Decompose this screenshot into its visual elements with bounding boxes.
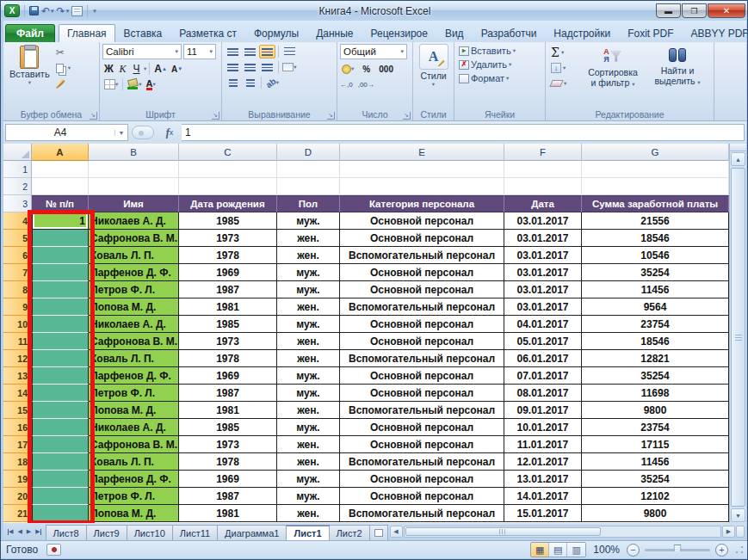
scroll-right-icon[interactable]: ▶	[722, 526, 735, 538]
italic-button[interactable]: К	[116, 62, 129, 76]
cell-E13[interactable]: Основной персонал	[340, 367, 504, 385]
clear-button[interactable]: ▾	[549, 77, 578, 90]
cell-E7[interactable]: Основной персонал	[340, 264, 504, 281]
find-select-button[interactable]: Найти и выделить ▾	[646, 44, 708, 92]
currency-format-button[interactable]: ▾	[340, 62, 355, 76]
tab-Данные[interactable]: Данные	[307, 24, 362, 42]
cell-F7[interactable]: 03.01.2017	[504, 264, 582, 281]
tab-Главная[interactable]: Главная	[59, 24, 115, 42]
name-box[interactable]: A4 ▼	[5, 124, 128, 141]
zoom-slider-thumb[interactable]	[674, 545, 682, 555]
row-header-6[interactable]: 6	[3, 247, 32, 264]
row-header-7[interactable]: 7	[3, 264, 32, 281]
sheet-tab-Лист2[interactable]: Лист2	[329, 525, 370, 540]
scroll-up-icon[interactable]: ▲	[731, 152, 745, 166]
cut-button[interactable]: ✂	[54, 46, 72, 59]
cell-F16[interactable]: 10.01.2017	[504, 419, 582, 436]
cell-C13[interactable]: 1969	[179, 367, 277, 385]
cell-G20[interactable]: 12102	[582, 488, 729, 505]
cell-G8[interactable]: 11456	[582, 281, 729, 298]
cell-F9[interactable]: 03.01.2017	[504, 298, 582, 316]
cell-F4[interactable]: 03.01.2017	[504, 212, 582, 230]
cell-C8[interactable]: 1987	[179, 281, 277, 298]
cell-D20[interactable]: муж.	[277, 488, 340, 505]
cell-F6[interactable]: 03.01.2017	[504, 247, 582, 264]
row-header-11[interactable]: 11	[3, 333, 32, 350]
cell-B20[interactable]: Петров Ф. Л.	[89, 488, 179, 505]
row-header-12[interactable]: 12	[3, 350, 32, 367]
cell-F11[interactable]: 05.01.2017	[504, 333, 582, 350]
cell-A17[interactable]	[32, 436, 89, 453]
align-right-button[interactable]	[259, 60, 275, 74]
cell-G13[interactable]: 35254	[582, 367, 729, 385]
cell-C1[interactable]	[179, 161, 277, 178]
cell-F19[interactable]: 13.01.2017	[504, 471, 582, 488]
horizontal-scroll-thumb[interactable]	[405, 527, 602, 536]
cell-D8[interactable]: муж.	[277, 281, 340, 298]
cell-E18[interactable]: Вспомогательный персонал	[340, 453, 504, 471]
cell-A8[interactable]	[32, 281, 89, 298]
cell-D7[interactable]: муж.	[277, 264, 340, 281]
page-layout-view-button[interactable]: ▤	[549, 543, 567, 557]
column-header-G[interactable]: G	[582, 144, 729, 161]
cell-C2[interactable]	[179, 178, 277, 195]
cell-B13[interactable]: Парфенов Д. Ф.	[89, 367, 179, 385]
cell-G15[interactable]: 9800	[582, 402, 729, 419]
cell-B3[interactable]: Имя	[89, 195, 179, 212]
cell-G5[interactable]: 18546	[582, 230, 729, 247]
cell-D21[interactable]: жен.	[277, 505, 340, 522]
cell-F1[interactable]	[504, 161, 582, 178]
cell-C15[interactable]: 1981	[179, 402, 277, 419]
cell-F3[interactable]: Дата	[504, 195, 582, 212]
cell-D6[interactable]: жен.	[277, 247, 340, 264]
cell-D3[interactable]: Пол	[277, 195, 340, 212]
close-button[interactable]: ✕	[708, 3, 745, 18]
comma-format-button[interactable]: 000	[377, 62, 395, 76]
insert-function-button[interactable]: fx	[158, 124, 182, 141]
font-color-button[interactable]: А▾	[145, 77, 158, 91]
cell-D9[interactable]: жен.	[277, 298, 340, 316]
vertical-scrollbar[interactable]: ▲ ▼	[729, 144, 746, 523]
delete-cells-button[interactable]: ✗Удалить▾	[457, 58, 542, 71]
cell-E12[interactable]: Вспомогательный персонал	[340, 350, 504, 367]
row-header-1[interactable]: 1	[3, 161, 32, 178]
cell-D19[interactable]: муж.	[277, 471, 340, 488]
first-sheet-button[interactable]: ◀	[6, 526, 15, 537]
dialog-launcher-icon[interactable]: ↘	[327, 112, 335, 120]
cell-C14[interactable]: 1987	[179, 385, 277, 402]
vertical-scroll-thumb[interactable]	[731, 168, 745, 507]
cell-B6[interactable]: Коваль Л. П.	[89, 247, 179, 264]
cell-A13[interactable]	[32, 367, 89, 385]
cell-C5[interactable]: 1973	[179, 230, 277, 247]
autosum-button[interactable]: Σ▾	[549, 46, 578, 59]
cell-F12[interactable]: 06.01.2017	[504, 350, 582, 367]
undo-button[interactable]: ↶▾	[41, 4, 54, 18]
cell-C16[interactable]: 1985	[179, 419, 277, 436]
tab-Вставка[interactable]: Вставка	[115, 24, 171, 42]
cell-E14[interactable]: Основной персонал	[340, 385, 504, 402]
record-macro-button[interactable]	[46, 544, 61, 556]
cell-C4[interactable]: 1985	[179, 212, 277, 230]
cell-A20[interactable]	[32, 488, 89, 505]
column-header-C[interactable]: C	[179, 144, 277, 161]
increase-font-button[interactable]: А▲	[152, 62, 169, 76]
orientation-button[interactable]: ab▾	[264, 76, 281, 89]
restore-button[interactable]: ❐	[682, 3, 707, 18]
cell-F17[interactable]: 11.01.2017	[504, 436, 582, 453]
last-sheet-button[interactable]: ▶	[34, 526, 42, 537]
cell-C21[interactable]: 1981	[179, 505, 277, 522]
styles-button[interactable]: A	[419, 44, 448, 70]
cell-C17[interactable]: 1973	[179, 436, 277, 453]
cell-D1[interactable]	[277, 161, 340, 178]
font-size-select[interactable]: 11▾	[183, 44, 216, 59]
fill-color-button[interactable]: ▾	[126, 77, 143, 91]
previous-sheet-button[interactable]: ◀	[15, 526, 23, 537]
dialog-launcher-icon[interactable]: ↘	[212, 112, 219, 120]
page-break-view-button[interactable]: ▥	[567, 543, 585, 557]
cell-G17[interactable]: 17115	[582, 436, 729, 453]
cell-F8[interactable]: 03.01.2017	[504, 281, 582, 298]
cell-G11[interactable]: 18546	[582, 333, 729, 350]
cell-C20[interactable]: 1987	[179, 488, 277, 505]
cell-D12[interactable]: жен.	[277, 350, 340, 367]
cell-E15[interactable]: Вспомогательный персонал	[340, 402, 504, 419]
